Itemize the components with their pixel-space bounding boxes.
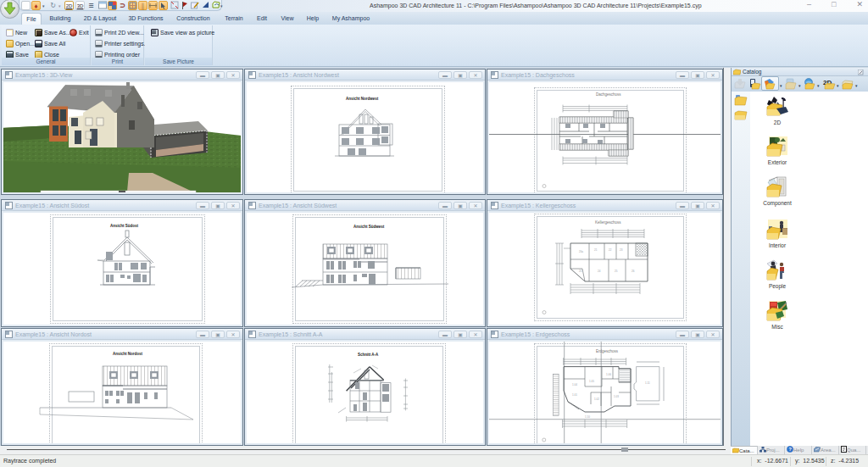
svg-text:1.05: 1.05	[589, 380, 594, 383]
svg-text:22: 22	[609, 248, 612, 252]
svg-text:1.11: 1.11	[645, 381, 650, 385]
svg-text:20: 20	[579, 270, 582, 273]
svg-text:1.04: 1.04	[572, 383, 577, 386]
svg-text:1.02: 1.02	[594, 398, 599, 401]
svg-text:1.01: 1.01	[572, 393, 577, 397]
svg-text:1.06: 1.06	[606, 373, 611, 376]
svg-text:20a: 20a	[579, 250, 583, 253]
svg-text:26: 26	[632, 270, 635, 273]
svg-text:1.03: 1.03	[614, 395, 619, 398]
svg-text:?: ?	[788, 447, 792, 452]
svg-text:23: 23	[620, 248, 623, 252]
svg-text:24: 24	[598, 270, 601, 273]
svg-text:1.10: 1.10	[585, 415, 590, 419]
svg-text:21: 21	[594, 248, 598, 252]
svg-text:25: 25	[615, 270, 618, 273]
